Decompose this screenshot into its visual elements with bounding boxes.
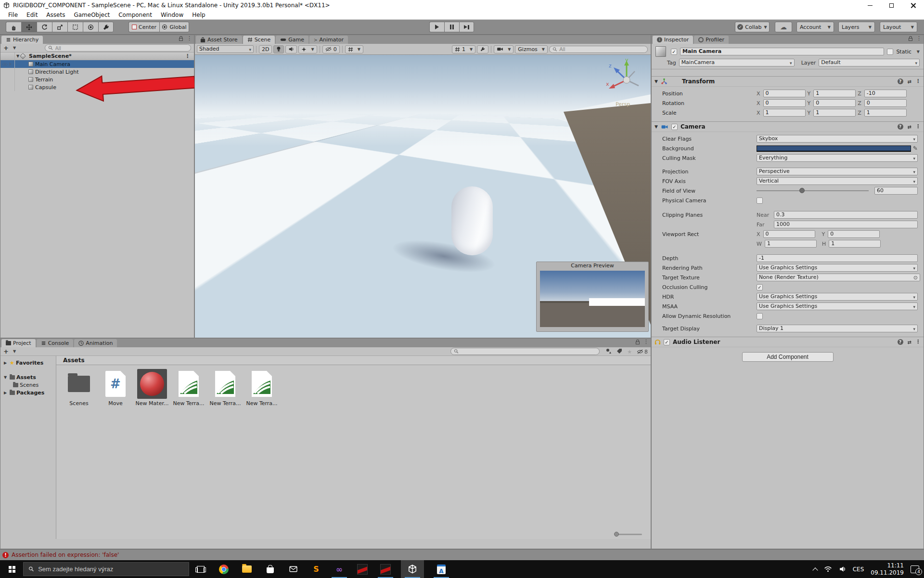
- help-icon[interactable]: ?: [898, 124, 903, 130]
- maximize-button[interactable]: [881, 0, 902, 11]
- menu-window[interactable]: Window: [156, 12, 188, 18]
- projection-dropdown[interactable]: Perspective: [757, 168, 918, 175]
- pivot-center-button[interactable]: Center: [128, 22, 159, 32]
- taskbar-gpu-tweak-2[interactable]: [374, 560, 397, 578]
- hierarchy-search[interactable]: [45, 44, 191, 52]
- viewport-x-field[interactable]: 0: [763, 230, 815, 238]
- hand-tool-button[interactable]: [6, 22, 21, 32]
- preset-icon[interactable]: ⇄: [908, 124, 911, 130]
- tab-inspector[interactable]: iInspector: [653, 36, 693, 44]
- taskbar-text-editor[interactable]: A: [430, 560, 453, 578]
- tree-item-packages[interactable]: ▶Packages: [0, 389, 56, 396]
- kebab-menu-icon[interactable]: ⋮: [915, 340, 921, 344]
- pause-button[interactable]: [444, 22, 459, 32]
- taskbar-mail[interactable]: [282, 560, 305, 578]
- status-bar[interactable]: ! Assertion failed on expression: 'false…: [0, 549, 924, 560]
- audio-listener-enabled-checkbox[interactable]: ✓: [664, 339, 670, 345]
- eyedropper-icon[interactable]: ✎: [913, 145, 918, 152]
- thumbnail-size-slider[interactable]: [615, 534, 642, 535]
- tab-animation[interactable]: Animation: [74, 339, 117, 347]
- clipping-far-field[interactable]: 1000: [774, 221, 918, 228]
- effects-toggle[interactable]: ▼: [298, 45, 317, 53]
- hierarchy-search-input[interactable]: [55, 45, 188, 51]
- shading-mode-dropdown[interactable]: Shaded: [197, 45, 254, 53]
- wifi-icon[interactable]: [824, 566, 832, 572]
- preset-icon[interactable]: ⇄: [908, 79, 911, 84]
- notification-center-icon[interactable]: 4: [911, 565, 919, 573]
- occlusion-culling-checkbox[interactable]: ✓: [757, 284, 763, 290]
- projection-mode-label[interactable]: Persp: [616, 101, 630, 107]
- hierarchy-item-directional-light[interactable]: Directional Light: [0, 68, 194, 76]
- capsule-object[interactable]: [451, 186, 493, 255]
- asset-new-terrain-2[interactable]: New Terra...: [210, 369, 241, 407]
- foldout-arrow-icon[interactable]: ▶: [2, 391, 8, 395]
- tab-animator[interactable]: ≻Animator: [309, 36, 348, 44]
- grid-visibility-dropdown[interactable]: ▼: [345, 45, 363, 53]
- depth-field[interactable]: -1: [757, 254, 918, 262]
- menu-file[interactable]: File: [4, 12, 22, 18]
- hierarchy-item-capsule[interactable]: Capsule: [0, 83, 194, 91]
- foldout-arrow-icon[interactable]: ▼: [654, 124, 658, 129]
- tab-asset-store[interactable]: Asset Store: [196, 36, 242, 44]
- minimize-button[interactable]: [859, 0, 881, 11]
- menu-edit[interactable]: Edit: [22, 12, 42, 18]
- tab-scene[interactable]: Scene: [243, 36, 275, 44]
- tag-dropdown[interactable]: MainCamera: [679, 59, 795, 66]
- position-x-field[interactable]: 0: [763, 90, 806, 97]
- scale-x-field[interactable]: 1: [763, 109, 806, 117]
- gizmos-dropdown[interactable]: Gizmos▼: [515, 45, 548, 53]
- static-checkbox[interactable]: [887, 49, 893, 55]
- kebab-menu-icon[interactable]: ⋮: [187, 36, 192, 41]
- favorites-star-icon[interactable]: ★: [627, 349, 632, 355]
- taskbar-file-explorer[interactable]: [235, 560, 258, 578]
- object-picker-icon[interactable]: ⊙: [913, 275, 918, 281]
- lock-icon[interactable]: [179, 38, 183, 41]
- search-by-type-icon[interactable]: [605, 348, 612, 355]
- position-y-field[interactable]: 1: [813, 90, 856, 97]
- background-color-swatch[interactable]: [757, 145, 911, 152]
- clipping-near-field[interactable]: 0.3: [774, 211, 918, 219]
- play-button[interactable]: [429, 22, 444, 32]
- menu-assets[interactable]: Assets: [42, 12, 69, 18]
- target-texture-field[interactable]: None (Render Texture): [757, 274, 920, 281]
- start-button[interactable]: [0, 560, 23, 578]
- menu-help[interactable]: Help: [188, 12, 209, 18]
- position-z-field[interactable]: -10: [864, 90, 907, 97]
- add-component-button[interactable]: Add Component: [742, 352, 834, 362]
- tab-profiler[interactable]: Profiler: [694, 36, 729, 44]
- gameobject-name-field[interactable]: Main Camera: [680, 48, 884, 55]
- hierarchy-item-terrain[interactable]: Terrain: [0, 76, 194, 83]
- slider-knob[interactable]: [614, 532, 619, 537]
- kebab-menu-icon[interactable]: ⋮: [916, 36, 922, 41]
- menu-gameobject[interactable]: GameObject: [69, 12, 114, 18]
- fov-slider-knob[interactable]: [799, 188, 805, 193]
- tab-project[interactable]: Project: [1, 339, 36, 347]
- viewport-y-field[interactable]: 0: [828, 230, 880, 238]
- kebab-menu-icon[interactable]: ⋮: [643, 340, 649, 344]
- volume-icon[interactable]: [839, 565, 846, 573]
- tab-game[interactable]: Game: [276, 36, 308, 44]
- asset-new-terrain-1[interactable]: New Terra...: [173, 369, 204, 407]
- taskbar-visual-studio[interactable]: ∞: [328, 560, 351, 578]
- rotate-tool-button[interactable]: [37, 22, 52, 32]
- layers-dropdown[interactable]: Layers▼: [838, 22, 875, 32]
- t ree-item-assets[interactable]: ▼Assets: [0, 373, 56, 381]
- project-search[interactable]: [450, 348, 600, 355]
- language-indicator[interactable]: CES: [853, 566, 864, 573]
- camera-component-header[interactable]: ▼ ✓ Camera ?⇄⋮: [652, 121, 924, 132]
- taskbar-unity[interactable]: [401, 560, 424, 578]
- grid-snap-dropdown[interactable]: 1▼: [452, 45, 475, 53]
- tool-settings-button[interactable]: [477, 45, 488, 53]
- add-object-button[interactable]: +: [3, 44, 9, 52]
- 2d-toggle[interactable]: 2D: [259, 45, 272, 53]
- scene-viewport[interactable]: y x z Persp Camera Preview: [195, 55, 651, 338]
- scale-z-field[interactable]: 1: [864, 109, 907, 117]
- help-icon[interactable]: ?: [898, 79, 903, 84]
- transform-component-header[interactable]: ▼ Transform ?⇄⋮: [652, 76, 924, 87]
- create-asset-dropdown-arrow[interactable]: ▼: [13, 349, 16, 354]
- taskbar-clock[interactable]: 11:11 09.11.2019: [871, 562, 904, 577]
- kebab-menu-icon[interactable]: ⋮: [915, 79, 921, 84]
- scene-camera-dropdown[interactable]: ▼: [494, 45, 513, 53]
- taskbar-ms-store[interactable]: [258, 560, 282, 578]
- collab-button[interactable]: ✓Collab▼: [735, 22, 770, 32]
